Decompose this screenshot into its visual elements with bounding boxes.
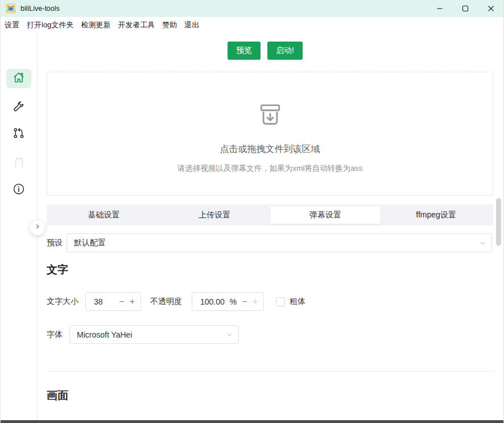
archive-download-icon xyxy=(257,101,283,130)
sidebar-item-sync[interactable] xyxy=(1,126,37,142)
chevron-down-icon xyxy=(226,331,233,338)
font-size-label: 文字大小 xyxy=(47,297,79,307)
window-bottom-edge xyxy=(1,420,503,423)
opacity-value: 100.00 xyxy=(200,297,230,306)
font-family-value: Microsoft YaHei xyxy=(77,330,133,339)
section-divider xyxy=(47,371,493,372)
upload-title: 点击或拖拽文件到该区域 xyxy=(220,143,320,155)
preview-button[interactable]: 预览 xyxy=(228,42,261,60)
preset-label: 预设 xyxy=(47,238,63,248)
window-title: biliLive-tools xyxy=(20,5,60,13)
opacity-unit: % xyxy=(230,297,237,306)
font-size-value: 38 xyxy=(94,297,119,306)
sidebar-collapse-button[interactable] xyxy=(30,220,45,235)
tab-basic-settings[interactable]: 基础设置 xyxy=(48,206,159,224)
text-controls-row: 文字大小 38 − + 不透明度 100.00 % − + 粗体 xyxy=(47,292,305,311)
upload-subtitle: 请选择视频以及弹幕文件，如果为xml将自动转换为ass xyxy=(177,163,363,174)
app-window: biliLive-tools 设置 打开log文件夹 检测更新 开发者工具 赞助… xyxy=(0,0,504,423)
minimize-button[interactable] xyxy=(427,0,452,17)
decrease-icon[interactable]: − xyxy=(119,297,124,306)
sidebar-item-tools[interactable] xyxy=(1,100,37,116)
vertical-scrollbar-thumb[interactable] xyxy=(496,198,501,246)
opacity-label: 不透明度 xyxy=(150,297,182,307)
settings-tabs: 基础设置 上传设置 弹幕设置 ffmpeg设置 xyxy=(47,204,493,225)
sidebar-item-about[interactable] xyxy=(1,182,37,198)
font-size-input[interactable]: 38 − + xyxy=(85,292,141,311)
increase-icon[interactable]: + xyxy=(130,297,135,306)
menu-bar: 设置 打开log文件夹 检测更新 开发者工具 赞助 退出 xyxy=(1,17,503,32)
preset-row: 预设 默认配置 xyxy=(47,233,492,252)
sidebar-item-home[interactable] xyxy=(1,69,37,88)
chevron-right-icon xyxy=(34,223,42,233)
git-compare-icon xyxy=(12,126,26,142)
preset-select[interactable]: 默认配置 xyxy=(67,233,492,252)
font-row: 字体 Microsoft YaHei xyxy=(47,325,239,344)
tab-danmu-settings[interactable]: 弹幕设置 xyxy=(270,206,381,224)
app-icon xyxy=(6,3,16,14)
menu-sponsor[interactable]: 赞助 xyxy=(162,20,177,30)
maximize-button[interactable] xyxy=(452,0,478,17)
active-highlight xyxy=(6,69,31,88)
menu-devtools[interactable]: 开发者工具 xyxy=(118,20,155,30)
main-content: 预览 启动! 点击或拖拽文件到该区域 请选择视频以及弹幕文件，如果为xml将自动… xyxy=(38,32,503,420)
wrench-icon xyxy=(12,100,26,116)
sidebar-item-mascot[interactable] xyxy=(1,154,37,171)
bold-label: 粗体 xyxy=(290,297,305,307)
decrease-icon[interactable]: − xyxy=(242,297,247,306)
screen-section-heading: 画面 xyxy=(47,388,68,403)
window-controls xyxy=(427,0,503,17)
font-family-select[interactable]: Microsoft YaHei xyxy=(69,325,239,344)
tab-upload-settings[interactable]: 上传设置 xyxy=(159,206,270,224)
preset-value: 默认配置 xyxy=(74,238,106,248)
close-button[interactable] xyxy=(478,0,503,17)
menu-open-log-folder[interactable]: 打开log文件夹 xyxy=(27,20,73,30)
start-button[interactable]: 启动! xyxy=(267,42,303,60)
mascot-icon xyxy=(11,154,26,171)
tab-ffmpeg-settings[interactable]: ffmpeg设置 xyxy=(381,206,491,224)
title-bar: biliLive-tools xyxy=(1,0,503,17)
upload-dropzone[interactable]: 点击或拖拽文件到该区域 请选择视频以及弹幕文件，如果为xml将自动转换为ass xyxy=(47,72,493,196)
text-section-heading: 文字 xyxy=(47,262,68,277)
font-family-label: 字体 xyxy=(47,330,63,340)
menu-check-update[interactable]: 检测更新 xyxy=(81,20,110,30)
menu-settings[interactable]: 设置 xyxy=(5,20,19,30)
action-row: 预览 启动! xyxy=(38,42,492,60)
menu-exit[interactable]: 退出 xyxy=(184,20,199,30)
bold-checkbox[interactable] xyxy=(276,297,285,306)
home-icon xyxy=(12,71,26,87)
chevron-down-icon xyxy=(479,239,486,247)
opacity-input[interactable]: 100.00 % − + xyxy=(192,292,264,311)
info-icon xyxy=(12,182,26,198)
increase-icon[interactable]: + xyxy=(253,297,258,306)
